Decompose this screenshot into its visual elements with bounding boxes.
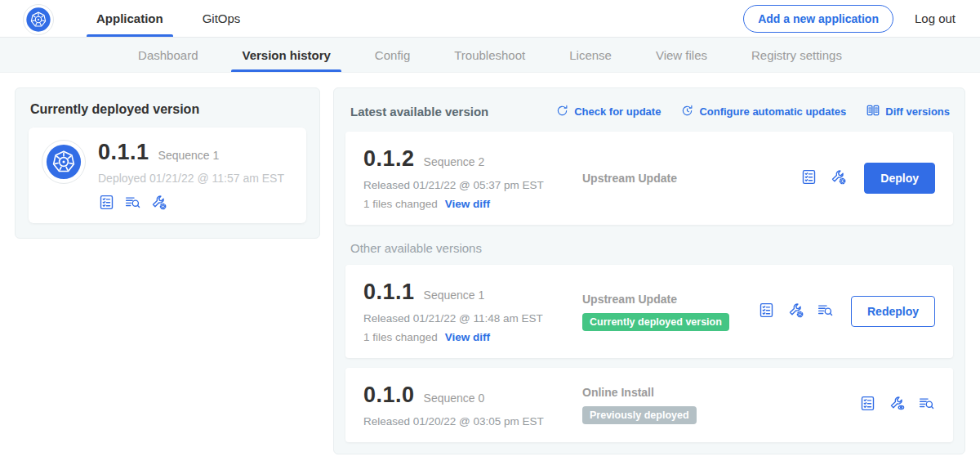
kubernetes-app-icon (45, 143, 82, 181)
currently-deployed-title: Currently deployed version (30, 102, 306, 117)
version-card-0-1-0: 0.1.0Sequence 0Released 01/20/22 @ 03:05… (345, 368, 953, 442)
subnav-tab-license[interactable]: License (547, 38, 634, 72)
subnav-tab-dashboard[interactable]: Dashboard (116, 38, 220, 72)
status-badge: Previously deployed (582, 406, 697, 424)
subnav-tab-config[interactable]: Config (353, 38, 432, 72)
configure-automatic-updates-link[interactable]: Configure automatic updates (680, 104, 846, 120)
currently-deployed-card: Currently deployed version (15, 87, 320, 239)
latest-version-header: Latest available version Check for updat… (345, 100, 953, 120)
main-content: Currently deployed version (0, 73, 980, 461)
subnav-tab-view-files[interactable]: View files (634, 38, 729, 72)
preflight-checklist-icon[interactable] (758, 302, 775, 322)
preflight-checklist-icon[interactable] (800, 168, 817, 189)
latest-version-card-slot: 0.1.2Sequence 2Released 01/21/22 @ 05:37… (345, 132, 953, 225)
deploy-button[interactable]: Deploy (864, 163, 935, 194)
version-source-label: Upstream Update (582, 172, 800, 185)
status-badge: Currently deployed version (582, 313, 729, 331)
deployed-icon-row (98, 194, 284, 211)
deployed-version-number: 0.1.1 (98, 140, 149, 165)
version-source-column: Online InstallPreviously deployed (566, 386, 859, 424)
redeploy-button[interactable]: Redeploy (851, 296, 935, 327)
diff-versions-link[interactable]: Diff versions (866, 103, 950, 120)
released-timestamp: Released 01/21/22 @ 05:37 pm EST (363, 179, 566, 191)
preflight-checklist-icon[interactable] (859, 395, 876, 415)
version-number: 0.1.1 (363, 280, 415, 305)
app-icon (42, 140, 86, 184)
kubernetes-logo-icon (25, 7, 51, 33)
app-subnav: DashboardVersion historyConfigTroublesho… (0, 38, 980, 73)
sequence-label: Sequence 0 (424, 392, 485, 405)
version-source-label: Online Install (582, 386, 859, 399)
version-source-column: Upstream Update (566, 172, 800, 185)
topbar-right: Add a new application Log out (743, 5, 956, 33)
version-card-0-1-2: 0.1.2Sequence 2Released 01/21/22 @ 05:37… (345, 132, 953, 225)
other-versions-title: Other available versions (350, 241, 951, 255)
config-wrench-gear-icon[interactable] (830, 168, 847, 189)
add-new-application-button[interactable]: Add a new application (743, 5, 893, 33)
schedule-refresh-icon (680, 104, 694, 120)
preflight-checklist-icon[interactable] (98, 194, 115, 211)
version-source-label: Upstream Update (582, 293, 758, 306)
version-info: 0.1.1Sequence 1Released 01/21/22 @ 11:48… (363, 280, 566, 343)
diff-versions-label: Diff versions (885, 105, 950, 118)
deployed-version-card: 0.1.1 Sequence 1 Deployed 01/21/22 @ 11:… (29, 128, 306, 223)
version-actions: Redeploy (758, 296, 935, 327)
sequence-label: Sequence 2 (424, 155, 485, 168)
deployed-timestamp: Deployed 01/21/22 @ 11:57 am EST (98, 172, 284, 185)
logs-magnifier-icon[interactable] (124, 194, 141, 211)
app-tab-application[interactable]: Application (77, 0, 183, 37)
files-changed-label: 1 files changed (363, 198, 438, 210)
version-info: 0.1.2Sequence 2Released 01/21/22 @ 05:37… (363, 146, 566, 210)
version-actions: Deploy (800, 163, 935, 194)
subnav-tab-registry-settings[interactable]: Registry settings (729, 38, 864, 72)
subnav-tab-troubleshoot[interactable]: Troubleshoot (432, 38, 547, 72)
version-number: 0.1.2 (363, 146, 415, 172)
view-diff-link[interactable]: View diff (445, 198, 490, 210)
kubernetes-logo (23, 4, 54, 35)
diff-panes-icon (866, 103, 880, 120)
deployed-version-info: 0.1.1 Sequence 1 Deployed 01/21/22 @ 11:… (98, 140, 284, 211)
files-changed-label: 1 files changed (363, 331, 438, 343)
version-history-panel: Latest available version Check for updat… (333, 87, 965, 454)
view-diff-link[interactable]: View diff (445, 331, 490, 343)
sequence-label: Sequence 1 (424, 289, 485, 302)
version-source-column: Upstream UpdateCurrently deployed versio… (566, 293, 758, 331)
released-timestamp: Released 01/21/22 @ 11:48 am EST (363, 312, 566, 324)
latest-version-title: Latest available version (350, 105, 488, 119)
version-number: 0.1.0 (363, 383, 415, 408)
view-config-wrench-eye-icon[interactable] (889, 395, 906, 415)
subnav-tab-version-history[interactable]: Version history (220, 38, 352, 72)
version-card-0-1-1: 0.1.1Sequence 1Released 01/21/22 @ 11:48… (345, 265, 953, 358)
config-wrench-gear-icon[interactable] (787, 302, 804, 322)
config-wrench-gear-icon[interactable] (150, 194, 167, 211)
version-info: 0.1.0Sequence 0Released 01/20/22 @ 03:05… (363, 383, 566, 427)
deployed-sequence-label: Sequence 1 (158, 149, 220, 162)
check-for-update-link[interactable]: Check for update (555, 104, 661, 120)
refresh-icon (555, 104, 569, 120)
other-versions-list: 0.1.1Sequence 1Released 01/21/22 @ 11:48… (345, 265, 953, 442)
app-nav-tabs: ApplicationGitOps (77, 0, 260, 37)
logs-magnifier-icon[interactable] (817, 302, 834, 322)
configure-automatic-updates-label: Configure automatic updates (699, 105, 846, 118)
released-timestamp: Released 01/20/22 @ 03:05 pm EST (363, 415, 566, 427)
logs-magnifier-icon[interactable] (918, 395, 935, 415)
version-actions (859, 395, 935, 415)
app-tab-gitops[interactable]: GitOps (183, 0, 261, 37)
panel-actions: Check for updateConfigure automatic upda… (555, 103, 950, 120)
app-header: ApplicationGitOps Add a new application … (0, 0, 980, 38)
logout-link[interactable]: Log out (915, 11, 956, 25)
check-for-update-label: Check for update (574, 105, 661, 118)
